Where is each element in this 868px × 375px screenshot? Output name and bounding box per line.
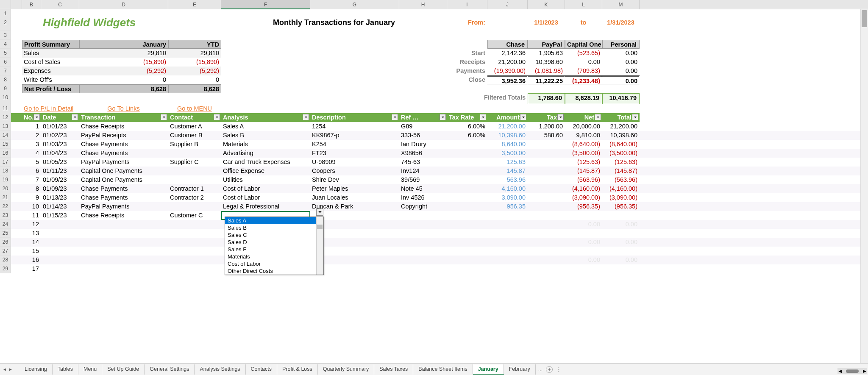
col-header[interactable]: K [528,0,565,9]
trx-contact[interactable] [168,167,221,175]
trx-contact[interactable] [168,256,221,264]
filter-button[interactable] [440,114,446,120]
row-header[interactable]: 27 [0,247,11,256]
row-header[interactable]: 10 [0,93,11,104]
dropdown-option[interactable]: Sales E [225,246,323,253]
trx-contact[interactable] [168,229,221,238]
dropdown-option[interactable]: Materials [225,253,323,260]
sheet-tab[interactable]: Sales Taxes [374,364,413,375]
trx-taxrate[interactable] [447,264,487,273]
filter-button[interactable] [392,114,398,120]
col-header[interactable]: G [310,0,399,9]
trx-net[interactable]: (563.96) [565,175,602,184]
cell[interactable] [79,9,168,18]
trx-contact[interactable] [168,202,221,211]
trx-description[interactable]: Coopers [310,167,399,175]
cell[interactable] [310,49,399,58]
filter-button[interactable] [520,114,526,120]
trx-tax[interactable] [528,211,565,220]
trx-date[interactable]: 01/15/23 [41,211,79,220]
trx-taxrate[interactable] [447,211,487,220]
cell[interactable] [11,247,22,256]
sheet-tab[interactable]: Set Up Guide [102,364,145,375]
trx-no[interactable]: 15 [22,247,41,256]
trx-tax[interactable]: 1,200.00 [528,122,565,131]
trx-date[interactable]: 01/13/23 [41,193,79,202]
sheet-tab[interactable]: Licensing [19,364,53,375]
trx-contact[interactable]: Customer C [168,211,221,220]
trx-ref[interactable] [399,264,447,273]
cell[interactable] [11,31,22,40]
dropdown-option[interactable]: Other Direct Costs [225,267,323,275]
dropdown-option[interactable]: Sales B [225,224,323,231]
cell[interactable] [221,9,310,18]
cell[interactable] [447,31,487,40]
cell[interactable] [22,9,41,18]
trx-date[interactable]: 01/14/23 [41,202,79,211]
trx-amount[interactable] [487,211,528,220]
cell[interactable] [399,40,447,49]
filter-button[interactable] [303,114,309,120]
cell[interactable] [447,40,487,49]
trx-amount[interactable]: 3,090.00 [487,193,528,202]
trx-contact[interactable] [168,238,221,247]
cell[interactable] [310,9,399,18]
col-header[interactable]: H [399,0,447,9]
trx-date[interactable] [41,220,79,229]
col-header[interactable]: I [447,0,487,9]
trx-amount[interactable] [487,256,528,264]
cell[interactable] [221,49,310,58]
row-header[interactable]: 28 [0,256,11,264]
row-header[interactable]: 11 [0,104,11,113]
trx-date[interactable] [41,229,79,238]
row-header[interactable]: 22 [0,202,11,211]
row-header[interactable]: 3 [0,31,11,40]
dropdown-option[interactable]: Sales C [225,231,323,239]
row-header[interactable]: 8 [0,75,11,84]
trx-type[interactable] [79,247,168,256]
trx-no[interactable]: 1 [22,122,41,131]
worksheet-grid[interactable]: B C D E F G H I J K L M 12Highfield Widg… [0,0,868,363]
row-header[interactable]: 29 [0,264,11,273]
trx-net[interactable]: 0.00 [565,256,602,264]
cell[interactable] [11,58,22,67]
trx-analysis[interactable]: Legal & Professional [221,202,310,211]
trx-date[interactable]: 01/09/23 [41,184,79,193]
trx-date[interactable]: 01/05/23 [41,158,79,167]
trx-net[interactable]: (956.35) [565,202,602,211]
trx-type[interactable]: Capital One Payments [79,175,168,184]
row-header[interactable]: 7 [0,67,11,75]
trx-description[interactable]: Duncan & Park [310,202,399,211]
trx-no[interactable]: 10 [22,202,41,211]
trx-analysis[interactable]: Cost of Labor [221,193,310,202]
cell[interactable] [399,75,447,84]
cell[interactable] [528,84,565,93]
cell[interactable] [11,67,22,75]
cell[interactable] [602,31,640,40]
trx-no[interactable]: 4 [22,149,41,158]
cell[interactable] [310,58,399,67]
cell[interactable] [11,131,22,140]
filter-button[interactable] [595,114,601,120]
trx-total[interactable]: (3,090.00) [602,193,640,202]
table-column-header[interactable]: Description [310,113,399,122]
trx-date[interactable]: 01/04/23 [41,149,79,158]
trx-net[interactable]: (145.87) [565,167,602,175]
filter-button[interactable] [632,114,638,120]
sheet-tab[interactable]: Profit & Loss [277,364,318,375]
trx-date[interactable] [41,247,79,256]
col-header[interactable]: J [487,0,528,9]
trx-taxrate[interactable]: 6.00% [447,131,487,140]
dropdown-scrollbar[interactable] [316,217,323,275]
col-header[interactable]: B [22,0,41,9]
trx-description[interactable]: KK9867-p [310,131,399,140]
trx-net[interactable]: 9,810.00 [565,131,602,140]
cell[interactable] [487,104,528,113]
trx-description[interactable]: K254 [310,140,399,149]
trx-no[interactable]: 13 [22,229,41,238]
row-header[interactable]: 26 [0,238,11,247]
trx-no[interactable]: 16 [22,256,41,264]
cell[interactable] [399,104,447,113]
table-column-header[interactable]: Tax Rate [447,113,487,122]
trx-tax[interactable] [528,264,565,273]
